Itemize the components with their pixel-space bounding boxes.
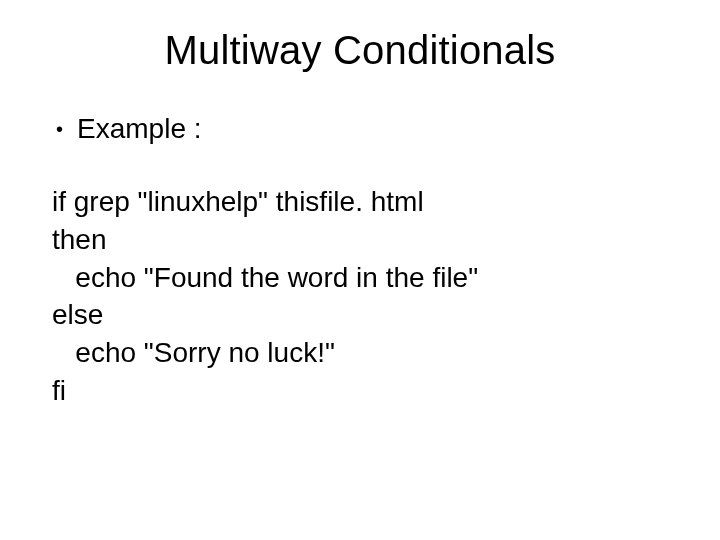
slide-title: Multiway Conditionals	[50, 28, 670, 73]
slide: Multiway Conditionals • Example : if gre…	[0, 0, 720, 540]
bullet-label: Example :	[77, 113, 202, 145]
bullet-item: • Example :	[56, 113, 670, 145]
code-block: if grep "linuxhelp" thisfile. html then …	[52, 183, 670, 410]
bullet-icon: •	[56, 119, 63, 139]
